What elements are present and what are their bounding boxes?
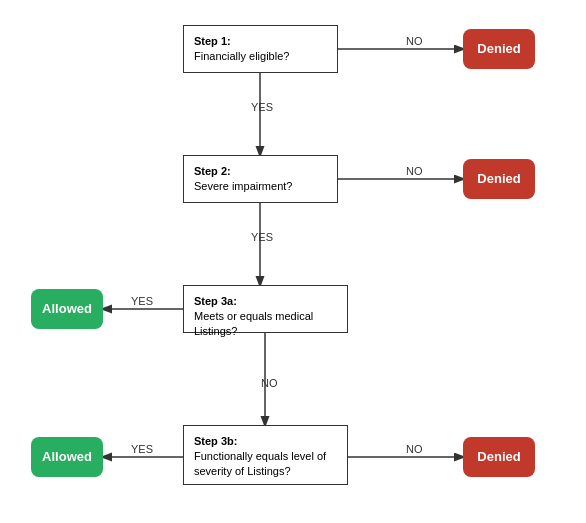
yes3-label: YES: [131, 295, 153, 307]
step3a-label: Step 3a:: [194, 294, 337, 309]
step3b-question: Functionally equals level of severity of…: [194, 449, 337, 480]
step3a-question: Meets or equals medical Listings?: [194, 309, 337, 340]
allowed1-box: Allowed: [31, 289, 103, 329]
denied2-label: Denied: [477, 171, 520, 186]
step3b-box: Step 3b: Functionally equals level of se…: [183, 425, 348, 485]
step2-label: Step 2:: [194, 164, 327, 179]
step3b-label: Step 3b:: [194, 434, 337, 449]
step1-question: Financially eligible?: [194, 49, 327, 64]
allowed2-label: Allowed: [42, 449, 92, 464]
step3a-box: Step 3a: Meets or equals medical Listing…: [183, 285, 348, 333]
allowed2-box: Allowed: [31, 437, 103, 477]
step1-box: Step 1: Financially eligible?: [183, 25, 338, 73]
no1-label: NO: [406, 35, 423, 47]
no3-label: NO: [261, 377, 278, 389]
step2-box: Step 2: Severe impairment?: [183, 155, 338, 203]
denied3-label: Denied: [477, 449, 520, 464]
denied3-box: Denied: [463, 437, 535, 477]
denied2-box: Denied: [463, 159, 535, 199]
yes4-label: YES: [131, 443, 153, 455]
no2-label: NO: [406, 165, 423, 177]
allowed1-label: Allowed: [42, 301, 92, 316]
denied1-label: Denied: [477, 41, 520, 56]
flowchart-diagram: Step 1: Financially eligible? Step 2: Se…: [13, 7, 573, 517]
yes2-label: YES: [251, 231, 273, 243]
denied1-box: Denied: [463, 29, 535, 69]
no4-label: NO: [406, 443, 423, 455]
step2-question: Severe impairment?: [194, 179, 327, 194]
step1-label: Step 1:: [194, 34, 327, 49]
yes1-label: YES: [251, 101, 273, 113]
